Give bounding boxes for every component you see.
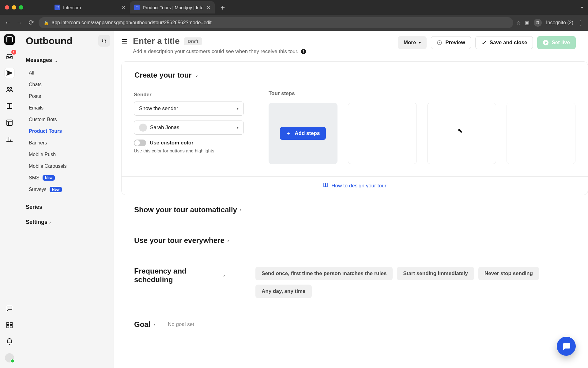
book-icon (323, 182, 328, 189)
sidebar-item-posts[interactable]: Posts (26, 90, 110, 102)
browser-tab-product-tours[interactable]: ⬚ Product Tours | Moodjoy | Inte ✕ (130, 1, 215, 13)
browser-menu-icon[interactable]: ⋮ (578, 19, 584, 26)
reload-icon[interactable]: ⟳ (27, 19, 36, 27)
inbox-icon[interactable]: 1 (5, 52, 14, 61)
app-store-icon[interactable] (5, 118, 14, 128)
page-title-input[interactable]: Enter a title (133, 36, 179, 46)
browser-tab-intercom[interactable]: ⬚ Intercom ✕ (50, 1, 130, 13)
frequency-heading-label: Frequency and scheduling (134, 267, 221, 284)
help-icon[interactable]: ? (301, 49, 306, 54)
tour-step-add-card: ＋ Add steps (269, 103, 337, 164)
create-tour-heading-label: Create your tour (134, 71, 192, 79)
sidebar-item-chats[interactable]: Chats (26, 79, 110, 90)
traffic-lights (5, 5, 23, 10)
address-bar[interactable]: 🔒 app.intercom.com/a/apps/nnsgmgob/outbo… (39, 17, 513, 28)
sidebar-messages-list: All Chats Posts Emails Custom Bots Produ… (26, 67, 110, 195)
sender-person-select[interactable]: Sarah Jonas ▾ (134, 121, 244, 135)
user-avatar[interactable] (5, 353, 14, 362)
app-root: 1 (0, 31, 588, 368)
sidebar-item-custom-bots[interactable]: Custom Bots (26, 114, 110, 125)
contacts-icon[interactable] (5, 85, 14, 94)
tour-step-placeholder (427, 103, 496, 164)
intercom-chat-fab[interactable] (557, 337, 576, 356)
everywhere-heading[interactable]: Use your tour everywhere › (134, 236, 575, 245)
outbound-icon[interactable] (5, 68, 14, 78)
hamburger-icon[interactable]: ☰ (121, 38, 127, 46)
goal-heading[interactable]: Goal › (134, 320, 155, 329)
play-circle-icon (437, 40, 442, 45)
minimize-window-icon[interactable] (12, 5, 16, 10)
close-tab-icon[interactable]: ✕ (206, 5, 210, 10)
sidebar-series-label: Series (26, 204, 42, 210)
tab-title: Product Tours | Moodjoy | Inte (143, 5, 203, 10)
sidebar-item-emails[interactable]: Emails (26, 102, 110, 114)
frequency-chip[interactable]: Send once, first time the person matches… (255, 267, 393, 280)
add-steps-button[interactable]: ＋ Add steps (280, 127, 326, 140)
svg-rect-5 (7, 322, 9, 324)
frequency-chip[interactable]: Start sending immediately (397, 267, 474, 280)
panel-icon[interactable]: ▣ (525, 20, 530, 26)
status-badge: Draft (184, 37, 202, 45)
sidebar-item-label: Mobile Push (29, 152, 56, 157)
sidebar-item-label: Custom Bots (29, 117, 57, 122)
preview-button[interactable]: Preview (431, 36, 471, 49)
more-button[interactable]: More ▾ (398, 36, 427, 49)
frequency-chip[interactable]: Any day, any time (255, 285, 311, 298)
bookmark-star-icon[interactable]: ☆ (516, 20, 521, 26)
caret-down-icon: ▾ (237, 106, 239, 111)
section-frequency: Frequency and scheduling › Send once, fi… (121, 245, 588, 298)
sidebar-item-product-tours[interactable]: Product Tours (26, 125, 110, 137)
sidebar-settings[interactable]: Settings › (26, 219, 110, 225)
frequency-chip[interactable]: Never stop sending (478, 267, 539, 280)
search-button[interactable] (98, 35, 110, 47)
sender-mode-select[interactable]: Show the sender ▾ (134, 102, 244, 116)
articles-icon[interactable] (5, 101, 14, 111)
inbox-badge: 1 (11, 50, 16, 55)
sidebar-item-all[interactable]: All (26, 67, 110, 79)
app-logo-icon[interactable] (4, 34, 15, 45)
frequency-heading[interactable]: Frequency and scheduling › (134, 267, 225, 284)
sidebar-series[interactable]: Series (26, 204, 110, 210)
no-goal-text: No goal set (168, 321, 194, 328)
new-tab-button[interactable]: ＋ (219, 2, 226, 12)
close-tab-icon[interactable]: ✕ (122, 5, 126, 10)
page-description-input[interactable]: Add a description your customers could s… (133, 48, 306, 55)
custom-color-toggle[interactable] (134, 140, 146, 146)
sidebar-item-banners[interactable]: Banners (26, 137, 110, 149)
search-icon (101, 38, 107, 44)
sender-label: Sender (134, 92, 244, 98)
save-close-button[interactable]: Save and close (475, 36, 533, 49)
show-auto-heading-label: Show your tour automatically (134, 205, 237, 214)
browser-tabs: ⬚ Intercom ✕ ⬚ Product Tours | Moodjoy |… (50, 0, 226, 15)
sidebar-item-label: All (29, 70, 34, 76)
incognito-avatar-icon[interactable] (534, 19, 542, 27)
close-window-icon[interactable] (5, 5, 9, 10)
how-to-link[interactable]: How to design your tour (122, 176, 588, 195)
sidebar-item-mobile-push[interactable]: Mobile Push (26, 149, 110, 160)
reports-icon[interactable] (5, 134, 14, 144)
save-close-button-label: Save and close (490, 40, 527, 46)
page-description-text: Add a description your customers could s… (133, 48, 299, 55)
sidebar-settings-label: Settings (26, 219, 47, 225)
maximize-window-icon[interactable] (19, 5, 23, 10)
sidebar-item-surveys[interactable]: Surveys New (26, 184, 110, 195)
messenger-icon[interactable] (5, 304, 14, 313)
window-menu-caret-icon[interactable]: ▾ (581, 5, 583, 10)
nav-forward-icon[interactable]: → (15, 19, 24, 27)
check-icon (481, 40, 487, 45)
sidebar-item-sms[interactable]: SMS New (26, 172, 110, 184)
set-live-button[interactable]: Set live (537, 36, 576, 49)
new-badge: New (50, 187, 62, 192)
apps-grid-icon[interactable] (5, 320, 14, 330)
sidebar-item-mobile-carousels[interactable]: Mobile Carousels (26, 160, 110, 172)
chevron-right-icon: › (224, 273, 225, 278)
play-icon (543, 40, 548, 45)
sender-person-value: Sarah Jonas (150, 125, 179, 131)
custom-color-label: Use custom color (150, 140, 194, 146)
how-to-label: How to design your tour (331, 183, 386, 189)
sidebar-messages-toggle[interactable]: Messages ⌄ (26, 57, 110, 63)
notifications-icon[interactable] (5, 337, 14, 347)
show-auto-heading[interactable]: Show your tour automatically › (134, 205, 575, 214)
nav-back-icon[interactable]: ← (4, 19, 12, 27)
create-tour-heading[interactable]: Create your tour ⌄ (122, 62, 588, 85)
